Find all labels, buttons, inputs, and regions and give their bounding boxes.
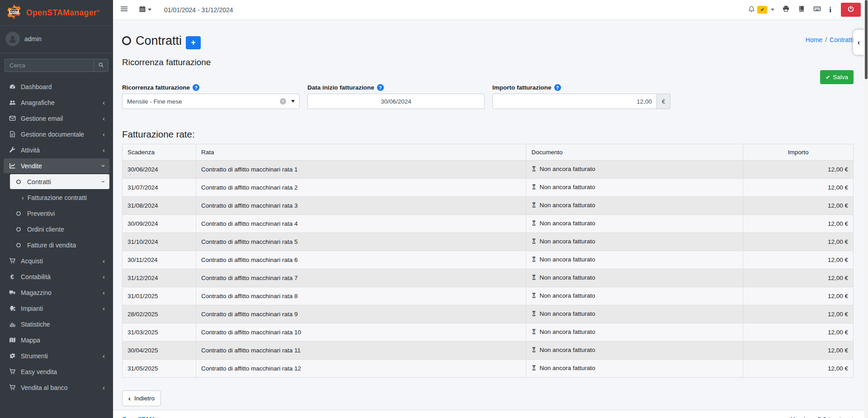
cell-documento: Non ancora fatturato [526, 233, 743, 251]
footer-brand-link[interactable]: OpenSTAManager [122, 416, 175, 418]
cell-rata: Contratto di affitto macchinari rata 3 [196, 197, 526, 215]
plus-icon: + [191, 38, 196, 48]
sidebar-item-anagrafiche[interactable]: Anagrafiche ‹ [4, 95, 109, 110]
calendar-icon [139, 5, 146, 14]
notifications-button[interactable] [748, 5, 755, 14]
chevron-left-icon: ‹ [103, 289, 105, 296]
hourglass-icon [531, 239, 537, 246]
help-icon[interactable]: ? [554, 84, 561, 91]
tachometer-icon [8, 83, 17, 90]
docs-button[interactable] [797, 5, 805, 14]
scrollbar-track[interactable] [864, 0, 868, 418]
sidebar-item-dashboard[interactable]: Dashboard [4, 79, 109, 94]
chevron-left-icon: ‹ [103, 305, 105, 312]
info-button[interactable]: i [829, 5, 831, 14]
sidebar-item-label: Impianti [21, 305, 43, 312]
sidebar-item-ordini-cliente[interactable]: Ordini cliente [10, 222, 109, 237]
logout-button[interactable] [841, 3, 861, 17]
search-input[interactable] [5, 59, 94, 72]
cell-scadenza: 31/03/2025 [123, 323, 196, 342]
add-contract-button[interactable]: + [186, 36, 201, 49]
envelope-icon [8, 115, 17, 122]
help-icon[interactable]: ? [377, 84, 384, 91]
main-content: Contratti + Home/Contratti Ricorrenza fa… [113, 20, 864, 418]
sidebar-item-label: Acquisti [21, 257, 43, 265]
gear-icon [8, 352, 17, 359]
sidebar-item-statistiche[interactable]: Statistiche [4, 317, 109, 332]
sidebar-item-easy-vendita[interactable]: Easy vendita [4, 364, 109, 379]
sidebar-item-label: Gestione documentale [21, 131, 84, 138]
chevron-left-icon: ‹ [103, 115, 105, 122]
cell-importo: 12,00 € [743, 323, 854, 342]
angle-right-icon: › [22, 194, 24, 201]
breadcrumb-separator: / [825, 36, 827, 43]
breadcrumb-current-link[interactable]: Contratti [830, 36, 854, 43]
chevron-down-icon: › [100, 180, 107, 183]
scrollbar-thumb[interactable] [865, 0, 868, 79]
sidebar-item-magazzino[interactable]: Magazzino ‹ [4, 285, 109, 300]
table-row: 30/06/2024Contratto di affitto macchinar… [123, 161, 854, 179]
sidebar-item-preventivi[interactable]: Preventivi [10, 206, 109, 221]
rate-table: Scadenza Rata Documento Importo 30/06/20… [122, 144, 854, 378]
table-header-row: Scadenza Rata Documento Importo [123, 144, 854, 161]
calendar-dropdown-button[interactable] [139, 5, 151, 14]
print-button[interactable] [782, 5, 790, 14]
sidebar-toggle-button[interactable] [120, 5, 128, 14]
sidebar-item-vendite[interactable]: Vendite › [4, 158, 109, 173]
save-button[interactable]: ✔Salva [820, 70, 854, 84]
sidebar-item-fatture-di-vendita[interactable]: Fatture di vendita [10, 238, 109, 252]
sidebar-item-acquisti[interactable]: Acquisti ‹ [4, 253, 109, 268]
user-panel[interactable]: admin [0, 26, 113, 53]
hourglass-icon [531, 221, 537, 228]
check-icon: ✔ [760, 7, 764, 12]
importo-input[interactable] [492, 94, 657, 109]
column-header-rata: Rata [196, 144, 526, 161]
table-row: 31/07/2024Contratto di affitto macchinar… [123, 179, 854, 197]
sidebar-item-impianti[interactable]: Impianti ‹ [4, 301, 109, 316]
cell-documento: Non ancora fatturato [526, 305, 743, 323]
hamburger-icon [120, 5, 128, 14]
breadcrumb-home-link[interactable]: Home [806, 36, 822, 43]
ricorrenza-select[interactable]: Mensile - Fine mese × [122, 94, 300, 109]
cell-importo: 12,00 € [743, 251, 854, 269]
brand[interactable]: OSM OpenSTAManager® [0, 0, 113, 26]
cell-scadenza: 31/01/2025 [123, 287, 196, 305]
back-button[interactable]: ‹Indietro [122, 390, 161, 406]
book-icon [797, 5, 805, 14]
cell-rata: Contratto di affitto macchinari rata 12 [196, 360, 526, 378]
module-circle-icon [122, 36, 131, 45]
help-icon[interactable]: ? [193, 84, 199, 91]
field-label-data-inizio: Data inizio fatturazione? [307, 84, 485, 91]
cell-scadenza: 30/11/2024 [123, 251, 196, 269]
data-inizio-input[interactable] [307, 94, 485, 109]
chevron-left-icon: ‹ [103, 384, 105, 391]
cell-importo: 12,00 € [743, 342, 854, 360]
sidebar-item-contabilita[interactable]: € Contabilità ‹ [4, 269, 109, 284]
page-title: Contratti [136, 34, 182, 48]
clear-selection-icon[interactable]: × [280, 98, 286, 104]
shopping-cart-icon [8, 368, 17, 375]
cell-documento: Non ancora fatturato [526, 269, 743, 287]
cell-documento: Non ancora fatturato [526, 287, 743, 305]
chevron-left-icon: ‹ [103, 147, 105, 153]
sidebar-item-fatturazione-contratti[interactable]: › Fatturazione contratti [10, 190, 109, 205]
status-check-badge[interactable]: ✔ [757, 6, 767, 14]
sidebar-item-label: Gestione email [21, 115, 63, 122]
search-button[interactable] [94, 59, 108, 72]
sidebar-item-label: Fatture di vendita [27, 242, 76, 249]
shopping-cart-icon [8, 257, 17, 264]
sidebar-item-vendita-al-banco[interactable]: Vendita al banco ‹ [4, 380, 109, 395]
caret-down-icon [291, 100, 295, 103]
sidebar-item-mappa[interactable]: Mappa [4, 332, 109, 347]
sidebar-item-strumenti[interactable]: Strumenti ‹ [4, 348, 109, 363]
shortcuts-button[interactable] [813, 5, 821, 14]
cell-importo: 12,00 € [743, 215, 854, 233]
sidebar-item-gestione-email[interactable]: Gestione email ‹ [4, 111, 109, 126]
sidebar-item-contratti[interactable]: Contratti › [10, 174, 109, 189]
chevron-down-icon: › [100, 165, 107, 167]
sidebar-item-gestione-documentale[interactable]: Gestione documentale ‹ [4, 127, 109, 142]
date-range[interactable]: 01/01/2024 - 31/12/2024 [164, 6, 233, 14]
sidebar-item-attivita[interactable]: Attività ‹ [4, 142, 109, 157]
cell-importo: 12,00 € [743, 305, 854, 323]
panel-collapse-button[interactable]: ‹ [853, 30, 864, 55]
